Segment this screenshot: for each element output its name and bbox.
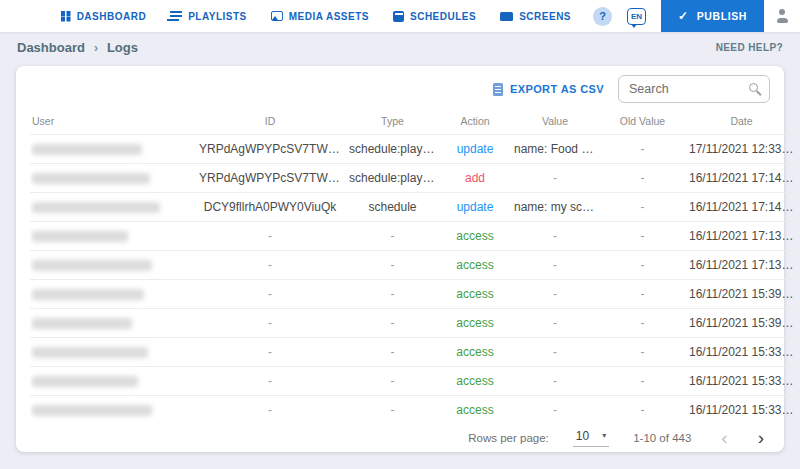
column-header-action: Action bbox=[440, 108, 510, 134]
cell-value: - bbox=[510, 163, 600, 192]
next-page-button[interactable]: › bbox=[758, 428, 764, 447]
need-help-link[interactable]: NEED HELP? bbox=[716, 42, 783, 53]
table-row: --access--16/11/2021 17:13:35 bbox=[30, 250, 798, 279]
cell-date: 16/11/2021 17:14:09 bbox=[685, 192, 798, 221]
image-icon bbox=[271, 11, 283, 21]
cell-user bbox=[30, 279, 195, 308]
cell-id: YRPdAgWPYPcSV7TWF4CD bbox=[195, 134, 345, 163]
cell-user bbox=[30, 221, 195, 250]
cell-user bbox=[30, 366, 195, 395]
breadcrumb-bar: Dashboard › Logs NEED HELP? bbox=[0, 32, 800, 63]
pagination: Rows per page: 10 ▾ 1-10 of 443 ‹ › bbox=[30, 424, 770, 451]
pagination-controls: ‹ › bbox=[721, 428, 764, 447]
language-badge-label: EN bbox=[631, 12, 642, 21]
redacted-user-text bbox=[32, 231, 128, 242]
redacted-user-text bbox=[32, 202, 160, 213]
table-row: --access--16/11/2021 15:39:54 bbox=[30, 308, 798, 337]
nav-item-dashboard[interactable]: DASHBOARD bbox=[61, 11, 147, 22]
cell-action: access bbox=[440, 308, 510, 337]
table-header-row: User ID Type Action Value Old Value Date bbox=[30, 108, 798, 134]
language-button[interactable]: EN bbox=[627, 8, 646, 25]
cell-action: access bbox=[440, 221, 510, 250]
table-row: DCY9fllrhA0PWY0ViuQkscheduleupdatename: … bbox=[30, 192, 798, 221]
top-nav: DASHBOARD PLAYLISTS MEDIA ASSETS SCHEDUL… bbox=[0, 0, 800, 32]
cell-user bbox=[30, 250, 195, 279]
help-button[interactable]: ? bbox=[593, 7, 612, 26]
pagination-range: 1-10 of 443 bbox=[633, 432, 691, 444]
redacted-user-text bbox=[32, 144, 142, 155]
export-csv-label: EXPORT AS CSV bbox=[510, 83, 604, 95]
question-mark-icon: ? bbox=[599, 10, 606, 22]
logs-table: User ID Type Action Value Old Value Date… bbox=[30, 108, 798, 424]
chevron-right-icon: › bbox=[94, 41, 98, 55]
monitor-icon bbox=[500, 12, 513, 21]
redacted-user-text bbox=[32, 289, 144, 300]
cell-id: YRPdAgWPYPcSV7TWF4CD bbox=[195, 163, 345, 192]
cell-type: - bbox=[345, 337, 440, 366]
cell-old-value: - bbox=[600, 192, 685, 221]
playlist-lines-icon bbox=[170, 11, 182, 21]
table-row: --access--16/11/2021 15:39:54 bbox=[30, 279, 798, 308]
column-header-user: User bbox=[30, 108, 195, 134]
cell-value: - bbox=[510, 250, 600, 279]
nav-label: PLAYLISTS bbox=[188, 11, 247, 22]
cell-action: access bbox=[440, 337, 510, 366]
redacted-user-text bbox=[32, 376, 138, 387]
rows-per-page-select[interactable]: 10 ▾ bbox=[573, 429, 609, 447]
cell-old-value: - bbox=[600, 308, 685, 337]
cell-user bbox=[30, 192, 195, 221]
cell-date: 16/11/2021 17:13:36 bbox=[685, 221, 798, 250]
cell-action: access bbox=[440, 250, 510, 279]
cell-type: schedule:playlists bbox=[345, 134, 440, 163]
redacted-user-text bbox=[32, 405, 152, 416]
nav-item-playlists[interactable]: PLAYLISTS bbox=[170, 11, 247, 22]
cell-type: - bbox=[345, 366, 440, 395]
publish-button[interactable]: ✓ PUBLISH bbox=[661, 0, 764, 32]
nav-item-schedules[interactable]: SCHEDULES bbox=[393, 11, 476, 22]
cell-id: - bbox=[195, 279, 345, 308]
cell-type: - bbox=[345, 250, 440, 279]
breadcrumb-dashboard[interactable]: Dashboard bbox=[17, 40, 85, 55]
logs-table-body: YRPdAgWPYPcSV7TWF4CDschedule:playlistsup… bbox=[30, 134, 798, 424]
user-account-button[interactable] bbox=[764, 9, 800, 23]
cell-type: - bbox=[345, 308, 440, 337]
csv-file-icon bbox=[493, 83, 503, 96]
nav-item-screens[interactable]: SCREENS bbox=[500, 11, 571, 22]
cell-date: 16/11/2021 15:33:45 bbox=[685, 337, 798, 366]
cell-type: - bbox=[345, 221, 440, 250]
cell-id: - bbox=[195, 221, 345, 250]
nav-item-media-assets[interactable]: MEDIA ASSETS bbox=[271, 11, 369, 22]
cell-action: add bbox=[440, 163, 510, 192]
cell-value: - bbox=[510, 395, 600, 424]
cell-user bbox=[30, 395, 195, 424]
cell-value: - bbox=[510, 279, 600, 308]
table-row: YRPdAgWPYPcSV7TWF4CDschedule:playlistsad… bbox=[30, 163, 798, 192]
previous-page-button[interactable]: ‹ bbox=[721, 428, 727, 447]
cell-user bbox=[30, 163, 195, 192]
redacted-user-text bbox=[32, 318, 132, 329]
rows-per-page-value: 10 bbox=[576, 429, 589, 443]
cell-action: update bbox=[440, 134, 510, 163]
cell-action: access bbox=[440, 395, 510, 424]
cell-id: - bbox=[195, 308, 345, 337]
cell-type: schedule:playlists bbox=[345, 163, 440, 192]
export-csv-button[interactable]: EXPORT AS CSV bbox=[493, 83, 604, 96]
cell-date: 17/11/2021 12:33:24 bbox=[685, 134, 798, 163]
cell-type: schedule bbox=[345, 192, 440, 221]
column-header-old-value: Old Value bbox=[600, 108, 685, 134]
cell-action: access bbox=[440, 279, 510, 308]
nav-label: DASHBOARD bbox=[77, 11, 147, 22]
redacted-user-text bbox=[32, 260, 152, 271]
table-row: YRPdAgWPYPcSV7TWF4CDschedule:playlistsup… bbox=[30, 134, 798, 163]
nav-items: DASHBOARD PLAYLISTS MEDIA ASSETS SCHEDUL… bbox=[61, 11, 571, 22]
table-row: --access--16/11/2021 15:33:44 bbox=[30, 366, 798, 395]
cell-old-value: - bbox=[600, 279, 685, 308]
cell-old-value: - bbox=[600, 134, 685, 163]
cell-date: 16/11/2021 15:39:54 bbox=[685, 279, 798, 308]
cell-id: - bbox=[195, 250, 345, 279]
search-box bbox=[618, 75, 770, 103]
cell-date: 16/11/2021 17:13:35 bbox=[685, 250, 798, 279]
search-icon[interactable] bbox=[748, 82, 762, 96]
cell-old-value: - bbox=[600, 221, 685, 250]
column-header-type: Type bbox=[345, 108, 440, 134]
